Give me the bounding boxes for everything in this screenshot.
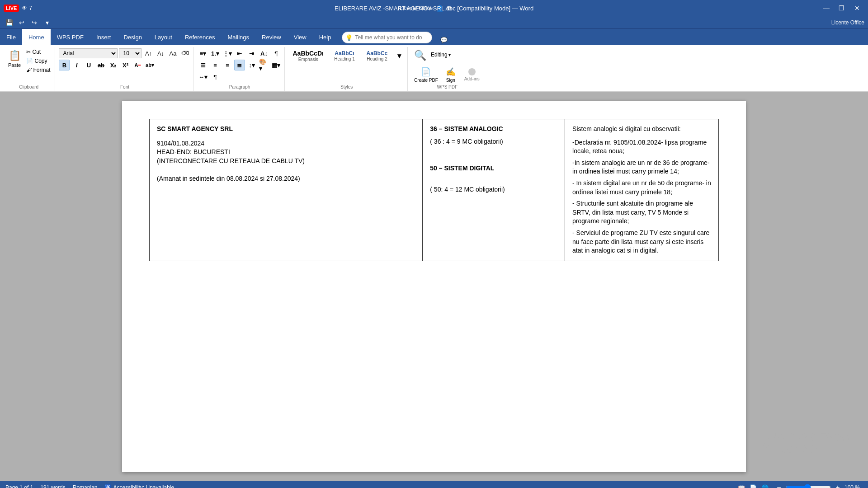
style-heading2[interactable]: AaBbCc Heading 2 (361, 48, 393, 63)
decrease-indent-button[interactable]: ⇤ (234, 48, 245, 59)
paragraph-mark-button[interactable]: ¶ (210, 71, 221, 82)
col3-item-3: - Structurile sunt alcatuite din program… (572, 199, 711, 226)
paste-button[interactable]: 📋 Paste (5, 48, 24, 70)
sign-button[interactable]: ✍ Sign (443, 65, 459, 84)
zoom-percent: 100 % (844, 484, 863, 488)
print-layout-button[interactable]: 📄 (748, 483, 758, 488)
table-cell-mid: 36 – SISTEM ANALOGIC ( 36 : 4 = 9 MC obl… (423, 119, 565, 261)
create-pdf-button[interactable]: 📄 Create PDF (411, 65, 441, 84)
clear-format-button[interactable]: ⌫ (179, 48, 190, 59)
zoom-out-button[interactable]: − (774, 483, 784, 488)
profile-label: Licente Office (831, 19, 864, 26)
live-badge: LIVE (4, 5, 19, 12)
style-emphasis[interactable]: AaBbCcDı Emphasis (288, 48, 327, 64)
doc-number: 9104/01.08.2024 (157, 139, 415, 148)
tab-wps-pdf[interactable]: WPS PDF (51, 29, 90, 45)
addins-label: Add-ins (464, 76, 480, 81)
accessibility-status[interactable]: ♿ Accessibility: Unavailable (104, 484, 174, 488)
text-direction-button[interactable]: ↔▾ (198, 71, 208, 82)
document[interactable]: SC SMART AGENCY SRL 9104/01.08.2024 HEAD… (122, 101, 746, 472)
close-button[interactable]: ✕ (850, 2, 864, 14)
show-hide-button[interactable]: ¶ (271, 48, 282, 59)
wps-pdf-group: 🔍 Editing ▾ 📄 Create PDF (409, 47, 486, 91)
comment-button[interactable]: 💬 (437, 35, 451, 45)
eye-icon: 👁 (22, 5, 27, 11)
highlight-button[interactable]: ab▾ (144, 60, 155, 70)
strikethrough-button[interactable]: ab (95, 60, 106, 70)
tab-design[interactable]: Design (117, 29, 148, 45)
font-grow-button[interactable]: A↑ (143, 48, 154, 59)
col3-item-0: -Declaratia nr. 9105/01.08.2024- lipsa p… (572, 138, 711, 156)
maximize-button[interactable]: ❐ (835, 2, 849, 14)
minimize-button[interactable]: — (819, 2, 834, 14)
tab-layout[interactable]: Layout (148, 29, 179, 45)
font-label: Font (59, 84, 190, 90)
borders-button[interactable]: ▦▾ (271, 60, 282, 70)
tab-help[interactable]: Help (313, 29, 338, 45)
profile-section: Licente Office (831, 19, 864, 26)
zoom-slider[interactable] (786, 484, 831, 488)
head-end: HEAD-END: BUCURESTI (157, 148, 415, 157)
tab-mailings[interactable]: Mailings (221, 29, 255, 45)
font-shrink-button[interactable]: A↓ (155, 48, 166, 59)
superscript-button[interactable]: X² (120, 60, 131, 70)
read-mode-button[interactable]: 📖 (736, 483, 746, 488)
language-indicator[interactable]: Romanian (73, 484, 98, 488)
copy-button[interactable]: 📄 Copy (24, 57, 52, 65)
save-button[interactable]: 💾 (4, 17, 14, 28)
blank-mid (430, 155, 557, 164)
tab-file[interactable]: File (0, 29, 22, 45)
styles-group: AaBbCcDı Emphasis AaBbCı Heading 1 AaBbC… (286, 47, 407, 91)
font-size-select[interactable]: 10 (119, 48, 142, 58)
redo-button[interactable]: ↪ (29, 17, 40, 28)
create-pdf-label: Create PDF (414, 78, 438, 83)
increase-indent-button[interactable]: ⇥ (246, 48, 257, 59)
underline-button[interactable]: U (83, 60, 94, 70)
justify-button[interactable]: ≣ (234, 60, 245, 70)
undo-button[interactable]: ↩ (16, 17, 27, 28)
bullets-button[interactable]: ≡▾ (198, 48, 208, 59)
tab-references[interactable]: References (179, 29, 221, 45)
style-heading1-label: Heading 1 (334, 56, 355, 61)
font-color-button[interactable]: A▬ (132, 60, 143, 70)
tab-view[interactable]: View (288, 29, 313, 45)
paragraph-buttons: ≡▾ 1.▾ ⋮▾ ⇤ ⇥ A↕ ¶ ☰ ≡ ≡ ≣ ↕▾ 🎨▾ (198, 48, 282, 84)
tab-insert[interactable]: Insert (90, 29, 118, 45)
tell-me-area: 💡 (337, 30, 437, 45)
bold-button[interactable]: B (59, 60, 70, 70)
web-layout-button[interactable]: 🌐 (760, 483, 770, 488)
format-painter-button[interactable]: 🖌 Format (24, 66, 52, 74)
tell-me-input[interactable] (342, 32, 432, 43)
numbering-button[interactable]: 1.▾ (210, 48, 221, 59)
amanat: (Amanat in sedintele din 08.08.2024 si 2… (157, 174, 415, 183)
style-heading2-preview: AaBbCc (367, 50, 388, 56)
shading-button[interactable]: 🎨▾ (259, 60, 269, 70)
font-controls: Arial 10 A↑ A↓ Aa ⌫ B I U ab (59, 48, 190, 70)
sort-button[interactable]: A↕ (259, 48, 269, 59)
styles-expand-button[interactable]: ▾ (394, 51, 405, 61)
align-left-button[interactable]: ☰ (198, 60, 208, 70)
style-heading1[interactable]: AaBbCı Heading 1 (329, 48, 360, 63)
paste-icon: 📋 (9, 50, 21, 61)
editing-dropdown-icon[interactable]: ▾ (448, 52, 451, 57)
tell-me-wrap: 💡 (342, 32, 432, 43)
multilevel-list-button[interactable]: ⋮▾ (222, 48, 233, 59)
paragraph-group: ≡▾ 1.▾ ⋮▾ ⇤ ⇥ A↕ ¶ ☰ ≡ ≡ ≣ ↕▾ 🎨▾ (194, 47, 285, 91)
zoom-in-button[interactable]: + (833, 483, 843, 488)
search-ribbon-button[interactable]: 🔍 (411, 48, 429, 63)
interconectare: (INTERCONECTARE CU RETEAUA DE CABLU TV) (157, 157, 415, 166)
change-case-button[interactable]: Aa (167, 48, 178, 59)
font-family-select[interactable]: Arial (59, 48, 118, 58)
subscript-button[interactable]: X₂ (108, 60, 118, 70)
tab-review[interactable]: Review (255, 29, 288, 45)
tab-home[interactable]: Home (22, 29, 51, 45)
clipboard-secondary: ✂ Cut 📄 Copy 🖌 Format (24, 48, 52, 74)
italic-button[interactable]: I (71, 60, 82, 70)
addins-icon (468, 68, 476, 75)
align-right-button[interactable]: ≡ (222, 60, 233, 70)
window-title: ELIBERARE AVIZ -SMART AGENCY SRL.doc [Co… (335, 5, 533, 12)
customize-quick-access-button[interactable]: ▾ (42, 17, 52, 28)
align-center-button[interactable]: ≡ (210, 60, 221, 70)
line-spacing-button[interactable]: ↕▾ (246, 60, 257, 70)
cut-button[interactable]: ✂ Cut (24, 48, 52, 56)
